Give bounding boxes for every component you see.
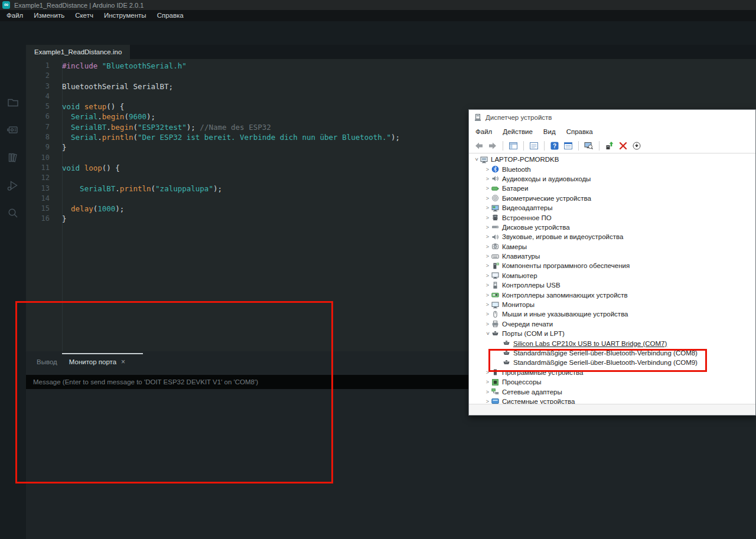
chevron-collapsed-icon[interactable]: > [484,273,491,279]
ide-menu-item-3[interactable]: Скетч [70,10,99,21]
dm-menu-item-2[interactable]: Действие [497,128,538,135]
back-arrow-icon [474,141,484,151]
toolbar-separator [599,141,599,151]
device-tree-row[interactable]: >Процессоры [469,377,755,387]
chevron-expanded-icon[interactable]: > [485,330,491,338]
dm-toolbar-properties-button[interactable] [529,141,539,151]
chevron-collapsed-icon[interactable]: > [484,224,491,230]
code-line: #include "BluetoothSerial.h" [62,61,400,71]
device-tree-row[interactable]: >Мониторы [469,300,755,309]
svg-text:?: ? [553,143,556,149]
boards-manager-icon [6,123,19,136]
device-tree-row[interactable]: >Программные устройства [469,368,755,377]
device-tree-label: LAPTOP-PCMORDKB [491,156,559,163]
audio-icon [491,233,500,241]
device-tree-row[interactable]: Silicon Labs CP210x USB to UART Bridge (… [469,338,755,348]
code-line: SerialBT.begin("ESP32test"); //Name des … [62,122,400,132]
device-tree-row[interactable]: >LAPTOP-PCMORDKB [469,155,755,164]
ide-menu-item-5[interactable]: Справка [152,10,189,21]
dm-toolbar-help-button[interactable]: ? [549,141,560,151]
line-number: 8 [26,132,50,142]
device-manager-window[interactable]: Диспетчер устройств ФайлДействиеВидСправ… [468,109,756,416]
device-manager-title-bar[interactable]: Диспетчер устройств [469,110,755,125]
line-number: 7 [26,122,50,132]
chevron-collapsed-icon[interactable]: > [484,321,491,327]
device-tree-row[interactable]: >Биометрические устройства [469,194,755,203]
device-tree-row[interactable]: >Встроенное ПО [469,213,755,222]
dm-toolbar-update-driver-button[interactable] [604,141,615,151]
chevron-collapsed-icon[interactable]: > [484,195,491,201]
device-tree-row[interactable]: >Компоненты программного обеспечения [469,261,755,270]
device-tree-row[interactable]: >Батареи [469,184,755,193]
dm-toolbar-export-list-button[interactable] [563,141,573,151]
chevron-collapsed-icon[interactable]: > [484,185,491,191]
code-line: void setup() { [62,102,400,112]
editor-tab-bar: Example1_ReadDistance.ino [26,45,756,59]
editor-tab-sketch[interactable]: Example1_ReadDistance.ino [26,45,130,59]
device-tree-row[interactable]: >Камеры [469,242,755,251]
dm-toolbar-console-tree-button[interactable] [508,141,519,151]
storage-controller-icon [491,291,500,299]
chevron-collapsed-icon[interactable]: > [484,389,491,395]
dm-menu-item-4[interactable]: Справка [561,128,598,135]
device-tree-row[interactable]: Standardmäßgige Seriell-über-Bluetooth-V… [469,348,755,358]
properties-icon [529,141,539,151]
chevron-collapsed-icon[interactable]: > [484,370,491,375]
code-line: } [62,142,400,152]
chevron-collapsed-icon[interactable]: > [484,234,491,240]
device-tree-row[interactable]: >Контроллеры USB [469,280,755,290]
dm-toolbar-back-arrow-button[interactable] [474,141,484,151]
sidebar-item-debug[interactable] [6,179,19,192]
chevron-collapsed-icon[interactable]: > [484,263,491,269]
keyboard-icon [491,253,500,260]
device-tree-row[interactable]: >Звуковые, игровые и видеоустройства [469,232,755,241]
chevron-collapsed-icon[interactable]: > [484,253,491,259]
device-tree-row[interactable]: >Порты (COM и LPT) [469,329,755,338]
chevron-collapsed-icon[interactable]: > [484,176,491,182]
sidebar-item-search[interactable] [6,207,19,220]
chevron-collapsed-icon[interactable]: > [484,205,491,211]
ide-menu-item-4[interactable]: Инструменты [99,10,152,21]
dm-toolbar-disable-device-button[interactable] [631,141,642,151]
device-tree-row[interactable]: >Аудиовходы и аудиовыходы [469,174,755,184]
close-icon[interactable]: × [121,358,125,366]
device-tree-label: Standardmäßgige Seriell-über-Bluetooth-V… [513,359,698,366]
arduino-app-icon: ∞ [2,1,10,9]
device-tree-row[interactable]: >Дисковые устройства [469,223,755,232]
device-tree-row[interactable]: >Очереди печати [469,319,755,329]
device-tree-row[interactable]: >Bluetooth [469,164,755,174]
chevron-collapsed-icon[interactable]: > [484,244,491,250]
dm-menu-item-1[interactable]: Файл [470,128,497,135]
device-tree-row[interactable]: >Клавиатуры [469,251,755,261]
sidebar-item-boards-manager[interactable] [6,123,19,136]
dm-toolbar-forward-arrow-button[interactable] [487,141,498,151]
device-tree-row[interactable]: >Контроллеры запоминающих устройств [469,290,755,299]
chevron-collapsed-icon[interactable]: > [484,302,491,308]
device-tree-label: Компоненты программного обеспечения [502,262,630,269]
sidebar-item-library-manager[interactable] [6,151,19,164]
device-manager-title: Диспетчер устройств [485,114,552,121]
dm-menu-item-3[interactable]: Вид [538,128,561,135]
device-tree-row[interactable]: >Сетевые адаптеры [469,387,755,396]
device-tree-row[interactable]: >Видеоадаптеры [469,203,755,213]
device-tree-row[interactable]: >Мыши и иные указывающие устройства [469,309,755,319]
panel-tab-serial-monitor[interactable]: Монитор порта× [63,351,131,373]
dm-toolbar-uninstall-device-button[interactable] [618,141,628,151]
chevron-collapsed-icon[interactable]: > [484,379,491,385]
chevron-collapsed-icon[interactable]: > [484,166,491,172]
dm-toolbar-scan-hardware-button[interactable] [584,141,594,151]
monitor-icon [491,301,500,309]
panel-tab-output[interactable]: Вывод [31,351,63,373]
processor-icon [491,378,500,386]
chevron-collapsed-icon[interactable]: > [484,215,491,221]
ide-menu-item-1[interactable]: Файл [1,10,28,21]
chevron-collapsed-icon[interactable]: > [484,292,491,298]
chevron-collapsed-icon[interactable]: > [484,311,491,317]
chevron-collapsed-icon[interactable]: > [484,282,491,288]
sidebar-item-sketchbook-folder[interactable] [6,96,19,109]
device-tree-row[interactable]: Standardmäßgige Seriell-über-Bluetooth-V… [469,358,755,367]
device-tree-row[interactable]: >Компьютер [469,271,755,280]
chevron-expanded-icon[interactable]: > [474,156,480,164]
device-tree-label: Мониторы [502,301,535,308]
ide-menu-item-2[interactable]: Изменить [28,10,70,21]
